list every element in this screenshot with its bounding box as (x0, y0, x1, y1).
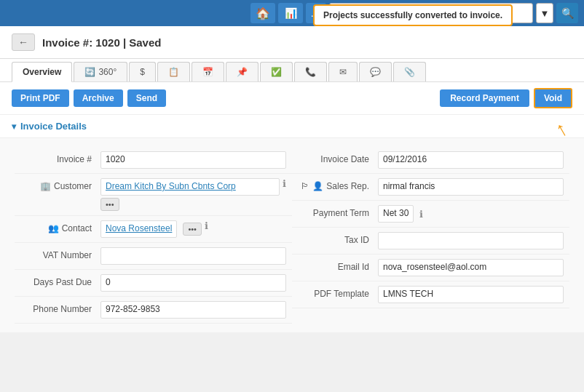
right-column: Invoice Date 09/12/2016 🏳 👤 Sales Rep. n… (292, 147, 569, 324)
section-title: Invoice Details (20, 121, 87, 132)
customer-name-value[interactable]: Dream Kitch By Subn Cbnts Corp (100, 178, 280, 196)
tab-360-icon: 🔄 (84, 67, 95, 77)
invoice-date-value[interactable]: 09/12/2016 (378, 151, 564, 169)
vat-number-label: VAT Number (20, 247, 100, 260)
archive-button[interactable]: Archive (74, 89, 123, 107)
days-past-due-value[interactable]: 0 (100, 274, 286, 292)
tab-bar: Overview 🔄 360° $ 📋 📅 📌 ✅ 📞 ✉ 💬 📎 (0, 59, 584, 82)
phone-number-value[interactable]: 972-852-9853 (100, 301, 286, 319)
tab-360[interactable]: 🔄 360° (74, 62, 127, 81)
title-bar: ← Invoice #: 1020 | Saved (0, 26, 584, 59)
form-container: Invoice # 1020 🏢 Customer Dream Kitch By… (0, 138, 584, 332)
sales-rep-row: 🏳 👤 Sales Rep. nirmal francis (292, 174, 569, 201)
customer-info-icon[interactable]: ℹ (283, 178, 286, 189)
contact-value-group: Nova Rosensteel ••• (100, 220, 202, 238)
customer-ellipsis-button[interactable]: ••• (100, 198, 119, 211)
search-button[interactable]: 🔍 (556, 3, 578, 23)
contact-icon: 👥 (48, 223, 59, 233)
customer-icon: 🏢 (40, 181, 51, 191)
invoice-number-row: Invoice # 1020 (15, 147, 292, 174)
phone-number-row: Phone Number 972-852-9853 (15, 297, 292, 324)
invoice-number-value[interactable]: 1020 (100, 151, 286, 169)
contact-row: 👥 Contact Nova Rosensteel ••• ℹ (15, 216, 292, 243)
tab-checklist[interactable]: ✅ (260, 62, 293, 81)
days-past-due-label: Days Past Due (20, 274, 100, 287)
record-payment-button[interactable]: Record Payment (440, 89, 529, 107)
notification-tooltip: Projects successfully converted to invoi… (313, 4, 513, 26)
payment-term-group: Net 30 ℹ (378, 205, 423, 223)
email-id-row: Email Id nova_rosensteel@aol.com (292, 255, 569, 281)
pdf-template-value[interactable]: LMNS TECH (378, 286, 564, 303)
analytics-button[interactable]: 📊 (278, 3, 303, 23)
tax-id-label: Tax ID (298, 232, 378, 245)
days-past-due-row: Days Past Due 0 (15, 270, 292, 297)
customer-value-group: Dream Kitch By Subn Cbnts Corp ••• (100, 178, 280, 211)
tab-overview-label: Overview (23, 67, 61, 77)
contact-name-value[interactable]: Nova Rosensteel (100, 220, 177, 238)
payment-term-label: Payment Term (298, 205, 378, 218)
invoice-date-label: Invoice Date (298, 151, 378, 164)
home-button[interactable]: 🏠 (250, 3, 275, 23)
pdf-template-label: PDF Template (298, 286, 378, 299)
vat-number-value[interactable] (100, 247, 286, 265)
tab-calendar[interactable]: 📅 (192, 62, 224, 81)
flag-icon: 🏳 (301, 181, 309, 191)
tab-phone[interactable]: 📞 (294, 62, 327, 81)
sales-rep-value[interactable]: nirmal francis (378, 178, 564, 196)
sales-rep-icon: 👤 (312, 181, 323, 191)
sales-rep-label: 🏳 👤 Sales Rep. (298, 178, 378, 191)
contact-ellipsis-button[interactable]: ••• (183, 223, 202, 236)
tab-overview[interactable]: Overview (12, 62, 72, 82)
pdf-template-row: PDF Template LMNS TECH (292, 281, 569, 308)
left-column: Invoice # 1020 🏢 Customer Dream Kitch By… (15, 147, 292, 324)
invoice-details-grid: Invoice # 1020 🏢 Customer Dream Kitch By… (15, 147, 569, 324)
notification-message: Projects successfully converted to invoi… (323, 10, 502, 20)
tab-chat[interactable]: 💬 (359, 62, 392, 81)
main-content: ← Invoice #: 1020 | Saved Overview 🔄 360… (0, 26, 584, 332)
payment-term-info-icon[interactable]: ℹ (419, 209, 423, 220)
page-title: Invoice #: 1020 | Saved (42, 36, 161, 49)
phone-number-label: Phone Number (20, 301, 100, 314)
payment-term-value[interactable]: Net 30 (378, 205, 414, 223)
section-header: ▾ Invoice Details (0, 115, 584, 138)
payment-term-row: Payment Term Net 30 ℹ (292, 201, 569, 228)
vat-number-row: VAT Number (15, 243, 292, 270)
tab-pin[interactable]: 📌 (226, 62, 259, 81)
email-id-label: Email Id (298, 259, 378, 272)
tab-dollar[interactable]: $ (129, 62, 156, 81)
tab-dollar-label: $ (140, 67, 145, 77)
void-button[interactable]: Void (534, 88, 572, 108)
contact-label: 👥 Contact (20, 220, 100, 233)
customer-label: 🏢 Customer (20, 178, 100, 191)
section-toggle-icon[interactable]: ▾ (12, 121, 16, 132)
customer-row: 🏢 Customer Dream Kitch By Subn Cbnts Cor… (15, 174, 292, 216)
contact-info-icon[interactable]: ℹ (205, 220, 208, 231)
tax-id-row: Tax ID (292, 228, 569, 255)
print-pdf-button[interactable]: Print PDF (12, 89, 69, 107)
tax-id-value[interactable] (378, 232, 564, 249)
tab-360-label: 360° (98, 67, 117, 77)
search-dropdown-button[interactable]: ▼ (536, 3, 553, 23)
tab-email[interactable]: ✉ (328, 62, 358, 81)
invoice-number-label: Invoice # (20, 151, 100, 164)
tab-clipboard[interactable]: 📋 (157, 62, 190, 81)
action-bar: Print PDF Archive Send Record Payment Vo… (0, 82, 584, 115)
email-id-value[interactable]: nova_rosensteel@aol.com (378, 259, 564, 276)
back-button[interactable]: ← (12, 33, 35, 51)
send-button[interactable]: Send (127, 89, 166, 107)
invoice-date-row: Invoice Date 09/12/2016 (292, 147, 569, 174)
tab-attachment[interactable]: 📎 (393, 62, 426, 81)
